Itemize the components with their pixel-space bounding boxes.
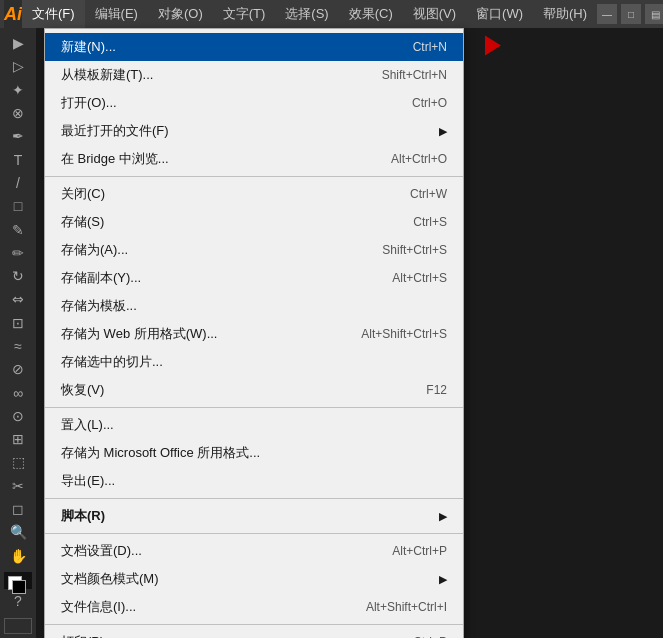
separator-3: [45, 498, 463, 499]
menu-item-save-template[interactable]: 存储为模板...: [45, 292, 463, 320]
menu-item-save-slices[interactable]: 存储选中的切片...: [45, 348, 463, 376]
separator-5: [45, 624, 463, 625]
menu-file[interactable]: 文件(F): [22, 0, 85, 28]
panel-icon[interactable]: ▤: [645, 4, 663, 24]
dropdown-overlay: 新建(N)... Ctrl+N 从模板新建(T)... Shift+Ctrl+N…: [0, 28, 663, 638]
menu-item-save[interactable]: 存储(S) Ctrl+S: [45, 208, 463, 236]
menu-item-close[interactable]: 关闭(C) Ctrl+W: [45, 180, 463, 208]
menu-item-new[interactable]: 新建(N)... Ctrl+N: [45, 33, 463, 61]
menu-window[interactable]: 窗口(W): [466, 0, 533, 28]
menu-effect[interactable]: 效果(C): [339, 0, 403, 28]
menu-item-open[interactable]: 打开(O)... Ctrl+O: [45, 89, 463, 117]
menu-item-bridge[interactable]: 在 Bridge 中浏览... Alt+Ctrl+O: [45, 145, 463, 173]
separator-1: [45, 176, 463, 177]
separator-4: [45, 533, 463, 534]
menu-item-save-as[interactable]: 存储为(A)... Shift+Ctrl+S: [45, 236, 463, 264]
menu-edit[interactable]: 编辑(E): [85, 0, 148, 28]
menu-item-save-ms[interactable]: 存储为 Microsoft Office 所用格式...: [45, 439, 463, 467]
menu-item-save-web[interactable]: 存储为 Web 所用格式(W)... Alt+Shift+Ctrl+S: [45, 320, 463, 348]
menu-bar-right: — □ ▤: [597, 4, 663, 24]
maximize-icon[interactable]: □: [621, 4, 641, 24]
menu-item-place[interactable]: 置入(L)...: [45, 411, 463, 439]
menu-object[interactable]: 对象(O): [148, 0, 213, 28]
menu-item-recent[interactable]: 最近打开的文件(F) ▶: [45, 117, 463, 145]
menu-view[interactable]: 视图(V): [403, 0, 466, 28]
menu-item-file-info[interactable]: 文件信息(I)... Alt+Shift+Ctrl+I: [45, 593, 463, 621]
menu-help[interactable]: 帮助(H): [533, 0, 597, 28]
menu-item-doc-color[interactable]: 文档颜色模式(M) ▶: [45, 565, 463, 593]
menu-type[interactable]: 文字(T): [213, 0, 276, 28]
file-menu-dropdown: 新建(N)... Ctrl+N 从模板新建(T)... Shift+Ctrl+N…: [44, 28, 464, 638]
app-logo: Ai: [4, 0, 22, 28]
new-arrow-indicator: [485, 36, 501, 59]
menu-item-print[interactable]: 打印(P)... Ctrl+P: [45, 628, 463, 638]
minimize-icon[interactable]: —: [597, 4, 617, 24]
menu-bar: Ai 文件(F) 编辑(E) 对象(O) 文字(T) 选择(S) 效果(C) 视…: [0, 0, 663, 28]
menu-item-scripts[interactable]: 脚本(R) ▶: [45, 502, 463, 530]
menu-item-save-copy[interactable]: 存储副本(Y)... Alt+Ctrl+S: [45, 264, 463, 292]
menu-item-export[interactable]: 导出(E)...: [45, 467, 463, 495]
separator-2: [45, 407, 463, 408]
menu-item-new-from-template[interactable]: 从模板新建(T)... Shift+Ctrl+N: [45, 61, 463, 89]
menu-item-revert[interactable]: 恢复(V) F12: [45, 376, 463, 404]
menu-select[interactable]: 选择(S): [275, 0, 338, 28]
menu-item-doc-setup[interactable]: 文档设置(D)... Alt+Ctrl+P: [45, 537, 463, 565]
